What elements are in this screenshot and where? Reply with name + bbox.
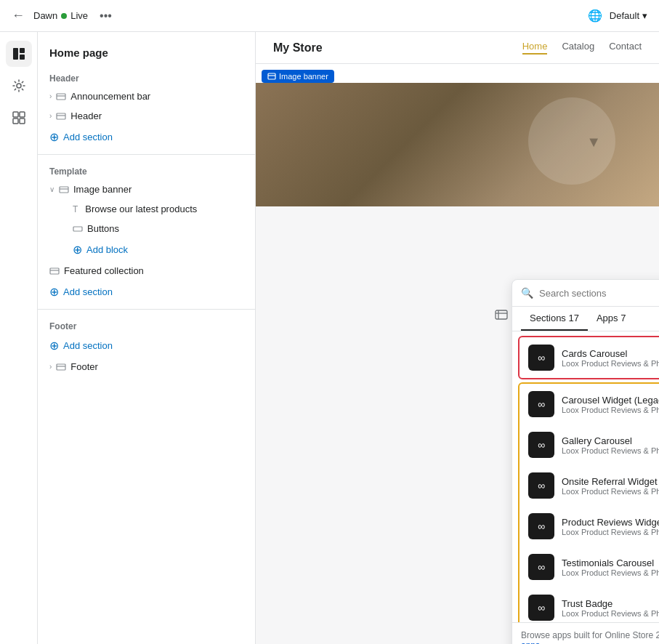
onsite-referral-icon: ∞ [528, 472, 554, 499]
sidebar-item-layout[interactable] [6, 41, 32, 67]
nav-home[interactable]: Home [522, 41, 548, 55]
preview-area: My Store Home Catalog Contact Image bann… [256, 32, 659, 644]
product-reviews-icon: ∞ [528, 513, 554, 539]
trust-badge-name: Trust Badge [562, 598, 659, 609]
chevron-right-icon: › [49, 112, 52, 120]
sidebar-item-settings[interactable] [6, 73, 32, 99]
svg-rect-6 [13, 118, 18, 124]
template-add-section-button[interactable]: ⊕ Add section [38, 281, 255, 303]
store-name: My Store [273, 41, 323, 55]
main-layout: Home page Header › Announcement bar › He… [0, 32, 659, 644]
gallery-carousel-item[interactable]: ∞ Gallery Carousel Loox Product Reviews … [519, 424, 659, 465]
divider [38, 154, 255, 155]
topbar: ← Dawn Live ••• 🌐 Default ▾ [0, 0, 659, 32]
svg-rect-15 [50, 268, 59, 274]
svg-rect-4 [13, 112, 18, 117]
cards-carousel-text: Cards Carousel Loox Product Reviews & Ph… [562, 348, 659, 368]
left-panel-inner: Home page Header › Announcement bar › He… [38, 32, 255, 388]
back-button[interactable]: ← [12, 8, 25, 23]
plus-circle-icon: ⊕ [49, 285, 59, 299]
add-block-button[interactable]: ⊕ Add block [38, 238, 255, 261]
svg-rect-19 [268, 73, 275, 79]
testimonials-carousel-subtitle: Loox Product Reviews & Photos [562, 568, 659, 577]
cards-carousel-subtitle: Loox Product Reviews & Photos [562, 359, 659, 368]
product-reviews-name: Product Reviews Widget [562, 517, 659, 528]
svg-point-3 [17, 84, 21, 88]
svg-rect-5 [20, 112, 25, 117]
yellow-highlight-group: ∞ Carousel Widget (Legacy) Loox Product … [518, 382, 659, 622]
store-nav: My Store Home Catalog Contact [256, 32, 659, 64]
add-section-label: Add section [63, 286, 113, 297]
gallery-carousel-subtitle: Loox Product Reviews & Photos [562, 446, 659, 455]
sidebar-item-apps[interactable] [6, 105, 32, 131]
header-item[interactable]: › Header [38, 106, 255, 126]
image-banner-badge-container: Image banner [256, 64, 659, 83]
more-button[interactable]: ••• [100, 9, 112, 23]
footer-item[interactable]: › Footer [38, 357, 255, 377]
banner-icon [267, 72, 276, 81]
browse-apps-description: Browse apps built for Online Store 2.0 t… [521, 630, 659, 640]
globe-icon: 🌐 [588, 9, 602, 23]
onsite-referral-item[interactable]: ∞ Onsite Referral Widget Loox Product Re… [519, 465, 659, 506]
footer-icon [56, 362, 66, 372]
divider [38, 309, 255, 310]
default-dropdown[interactable]: Default ▾ [610, 10, 647, 21]
carousel-widget-item[interactable]: ∞ Carousel Widget (Legacy) Loox Product … [519, 384, 659, 424]
tabs-row: Sections 17 Apps 7 [512, 307, 659, 331]
gallery-carousel-text: Gallery Carousel Loox Product Reviews & … [562, 435, 659, 455]
live-label: Live [70, 10, 88, 21]
cards-carousel-icon: ∞ [528, 345, 554, 371]
footer-add-section-label: Add section [63, 340, 113, 351]
search-bar: 🔍 [512, 280, 659, 307]
testimonials-carousel-item[interactable]: ∞ Testimonials Carousel Loox Product Rev… [519, 547, 659, 587]
footer-add-section-button[interactable]: ⊕ Add section [38, 334, 255, 357]
topbar-right: 🌐 Default ▾ [588, 9, 647, 23]
trust-badge-subtitle: Loox Product Reviews & Photos [562, 609, 659, 618]
svg-rect-21 [496, 310, 507, 319]
image-banner-label: Image banner [73, 184, 132, 195]
search-input[interactable] [539, 288, 659, 299]
svg-rect-14 [73, 227, 82, 231]
carousel-widget-text: Carousel Widget (Legacy) Loox Product Re… [562, 395, 659, 414]
carousel-widget-subtitle: Loox Product Reviews & Photos [562, 406, 659, 414]
header-add-section-button[interactable]: ⊕ Add section [38, 126, 255, 148]
chevron-down-icon: ▾ [642, 10, 647, 21]
svg-rect-7 [20, 118, 25, 124]
plus-circle-icon: ⊕ [73, 243, 82, 257]
default-label: Default [610, 10, 639, 21]
store-title: Dawn [33, 10, 57, 21]
cards-carousel-name: Cards Carousel [562, 348, 659, 359]
cards-carousel-highlight: ∞ Cards Carousel Loox Product Reviews & … [518, 336, 659, 379]
icon-sidebar [0, 32, 38, 644]
browse-latest-item[interactable]: T Browse our latest products [38, 199, 255, 219]
cards-carousel-item[interactable]: ∞ Cards Carousel Loox Product Reviews & … [519, 337, 659, 378]
left-panel: Home page Header › Announcement bar › He… [38, 32, 256, 644]
tab-apps[interactable]: Apps 7 [588, 307, 634, 331]
product-reviews-item[interactable]: ∞ Product Reviews Widget Loox Product Re… [519, 506, 659, 547]
trust-badge-icon: ∞ [528, 595, 554, 621]
page-title: Home page [38, 44, 255, 68]
trust-badge-item[interactable]: ∞ Trust Badge Loox Product Reviews & Pho… [519, 587, 659, 622]
gallery-carousel-icon: ∞ [528, 432, 554, 458]
testimonials-carousel-icon: ∞ [528, 554, 554, 580]
tab-sections[interactable]: Sections 17 [521, 307, 588, 331]
featured-collection-item[interactable]: Featured collection [38, 261, 255, 281]
buttons-item[interactable]: Buttons [38, 219, 255, 238]
onsite-referral-subtitle: Loox Product Reviews & Photos [562, 487, 659, 496]
carousel-widget-icon: ∞ [528, 391, 554, 417]
nav-catalog[interactable]: Catalog [562, 41, 594, 55]
section-icon [56, 111, 66, 121]
carousel-widget-name: Carousel Widget (Legacy) [562, 395, 659, 406]
sections-list: ∞ Cards Carousel Loox Product Reviews & … [512, 331, 659, 622]
gallery-carousel-name: Gallery Carousel [562, 435, 659, 446]
nav-contact[interactable]: Contact [609, 41, 642, 55]
add-section-label: Add section [63, 132, 113, 142]
store-preview: My Store Home Catalog Contact Image bann… [256, 32, 659, 206]
featured-collection-label: Featured collection [64, 265, 144, 276]
announcement-bar-item[interactable]: › Announcement bar [38, 86, 255, 106]
buttons-icon [73, 224, 83, 234]
section-icon [56, 92, 66, 102]
image-banner-item[interactable]: ∨ Image banner [38, 180, 255, 199]
svg-rect-2 [20, 55, 25, 60]
browse-apps-text: Browse apps built for Online Store 2.0 t… [512, 622, 659, 644]
